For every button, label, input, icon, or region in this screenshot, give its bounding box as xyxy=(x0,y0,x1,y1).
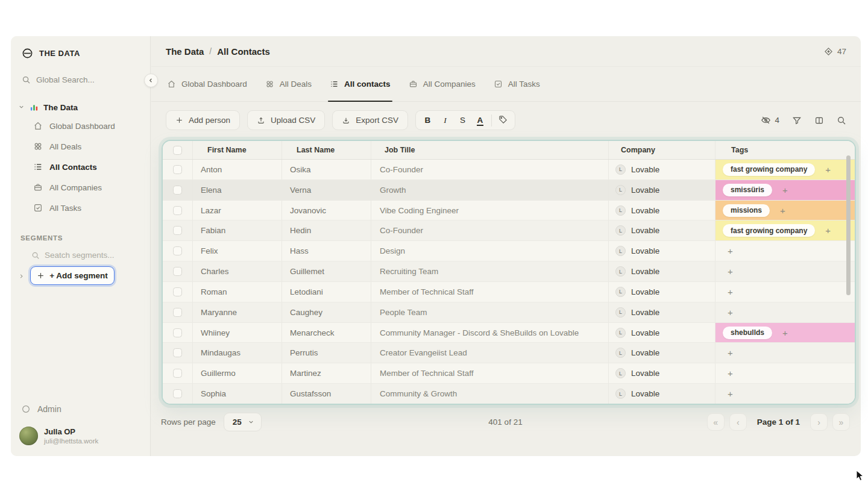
sidebar-item-global-dashboard[interactable]: Global Dashboard xyxy=(11,116,150,136)
cell-company: L Lovable xyxy=(609,363,715,383)
header-first-name[interactable]: First Name xyxy=(193,141,282,159)
rows-per-page-label: Rows per page xyxy=(161,418,216,427)
add-tag-button[interactable]: + xyxy=(728,246,733,255)
row-checkbox[interactable] xyxy=(173,287,182,296)
row-checkbox[interactable] xyxy=(173,226,182,235)
table-row[interactable]: Elena Verna Growth L Lovable smissüris + xyxy=(163,180,855,201)
credits-badge[interactable]: 47 xyxy=(824,47,846,56)
tag-pill[interactable]: fast growing company xyxy=(723,224,815,237)
sidebar-item-all-deals[interactable]: All Deals xyxy=(11,136,150,157)
sidebar: THE DATA Global Search... The Data Globa… xyxy=(11,36,151,456)
add-segment-button[interactable]: + Add segment xyxy=(30,266,115,285)
table-row[interactable]: Mindaugas Perrutis Creator Evangeiist Le… xyxy=(163,343,855,363)
row-checkbox[interactable] xyxy=(173,206,182,215)
tag-pill[interactable]: shebullds xyxy=(723,327,772,339)
search-icon[interactable] xyxy=(837,116,846,125)
export-csv-button[interactable]: Export CSV xyxy=(332,110,408,130)
table-row[interactable]: Maryanne Caughey People Team L Lovable + xyxy=(163,302,855,323)
add-tag-button[interactable]: + xyxy=(728,348,733,357)
cell-last-name: Verna xyxy=(282,180,371,200)
header-tags[interactable]: Tags xyxy=(715,141,855,159)
tag-pill[interactable]: missions xyxy=(723,204,770,217)
sidebar-item-label: Global Dashboard xyxy=(49,122,115,131)
table-row[interactable]: Whiiney Menarcheck Community Manager - D… xyxy=(163,323,855,343)
global-search-input[interactable]: Global Search... xyxy=(22,75,139,84)
table-row[interactable]: Charles Guillemet Recruiting Team L Lova… xyxy=(163,261,855,282)
breadcrumb-parent[interactable]: The Data xyxy=(166,46,204,57)
row-checkbox[interactable] xyxy=(173,348,182,357)
segments-search-input[interactable]: Seatch segments... xyxy=(31,251,150,260)
tag-button[interactable] xyxy=(494,115,512,126)
add-tag-button[interactable]: + xyxy=(825,226,831,235)
columns-icon[interactable] xyxy=(814,116,824,125)
row-checkbox[interactable] xyxy=(173,369,182,378)
search-icon xyxy=(31,251,40,260)
add-tag-button[interactable]: + xyxy=(782,186,788,195)
cell-job-title: Design xyxy=(371,241,609,261)
tag-pill[interactable]: smissüris xyxy=(723,184,772,196)
table-row[interactable]: Lazar Jovanovic Vibe Coding Engineer L L… xyxy=(163,201,855,221)
tab-all-deals[interactable]: All Deals xyxy=(265,67,312,101)
add-tag-button[interactable]: + xyxy=(825,165,831,174)
rows-per-page-select[interactable]: 25 xyxy=(224,413,262,431)
table-row[interactable]: Anton Osika Co-Founder L Lovable fast gr… xyxy=(163,160,855,180)
italic-button[interactable]: I xyxy=(436,116,454,125)
text-color-button[interactable]: A xyxy=(471,116,489,125)
table-row[interactable]: Roman Letodiani Member of Technical Staf… xyxy=(163,282,855,302)
sidebar-collapse-button[interactable] xyxy=(144,74,158,87)
first-page-button[interactable]: « xyxy=(707,413,725,431)
header-company[interactable]: Company xyxy=(609,141,715,159)
sidebar-item-the-data[interactable]: The Data xyxy=(18,103,150,112)
row-checkbox[interactable] xyxy=(173,328,182,337)
tab-all-tasks[interactable]: All Tasks xyxy=(494,67,540,101)
sidebar-item-all-contacts[interactable]: All Contacts xyxy=(11,157,150,177)
cell-company: L Lovable xyxy=(609,323,715,343)
tab-all-companies[interactable]: All Companies xyxy=(409,67,476,101)
company-name: Lovable xyxy=(631,308,659,317)
hidden-fields-button[interactable]: 4 xyxy=(761,115,779,125)
bar-chart-icon xyxy=(30,103,39,112)
row-checkbox[interactable] xyxy=(173,186,182,195)
tab-global-dashboard[interactable]: Global Dashboard xyxy=(167,67,247,101)
sidebar-item-all-tasks[interactable]: All Tasks xyxy=(11,198,150,218)
add-tag-button[interactable]: + xyxy=(782,328,788,337)
tag-pill[interactable]: fast growing company xyxy=(723,163,815,176)
table-row[interactable]: Guillermo Martinez Member of Technical S… xyxy=(163,363,855,384)
table-row[interactable]: Fabian Hedin Co-Founder L Lovable fast g… xyxy=(163,221,855,241)
avatar xyxy=(19,427,38,445)
add-tag-button[interactable]: + xyxy=(728,267,733,276)
user-profile[interactable]: Julla OP juli@lhettsta.work xyxy=(19,427,98,445)
upload-csv-button[interactable]: Upload CSV xyxy=(247,110,325,130)
admin-menu-item[interactable]: Admin xyxy=(21,404,61,414)
sidebar-item-all-companies[interactable]: All Companies xyxy=(11,177,150,198)
table-scrollbar[interactable] xyxy=(846,155,851,295)
row-checkbox[interactable] xyxy=(173,246,182,255)
last-page-button[interactable]: » xyxy=(832,413,850,431)
header-job-title[interactable]: Job Tille xyxy=(371,141,609,159)
strikethrough-button[interactable]: S xyxy=(454,116,471,125)
company-name: Lovable xyxy=(631,186,659,195)
tab-all-contacts[interactable]: All contacts xyxy=(330,67,391,101)
filter-icon[interactable] xyxy=(792,116,802,125)
add-tag-button[interactable]: + xyxy=(780,206,785,215)
row-checkbox[interactable] xyxy=(173,308,182,317)
table-row[interactable]: Felix Hass Design L Lovable + xyxy=(163,241,855,261)
add-person-button[interactable]: Add person xyxy=(166,110,240,130)
next-page-button[interactable]: › xyxy=(810,413,828,431)
select-all-checkbox[interactable] xyxy=(173,146,182,155)
bold-button[interactable]: B xyxy=(419,116,436,125)
header-last-name[interactable]: Last Name xyxy=(282,141,371,159)
add-tag-button[interactable]: + xyxy=(728,369,733,378)
row-checkbox[interactable] xyxy=(173,267,182,276)
add-tag-button[interactable]: + xyxy=(728,287,733,296)
chevron-down-icon[interactable] xyxy=(18,103,25,112)
row-checkbox[interactable] xyxy=(173,165,182,174)
add-tag-button[interactable]: + xyxy=(728,308,733,317)
chevron-right-icon[interactable] xyxy=(18,271,25,282)
add-tag-button[interactable]: + xyxy=(728,389,733,398)
cell-last-name: Gustafsson xyxy=(282,384,371,404)
prev-page-button[interactable]: ‹ xyxy=(729,413,747,431)
table-row[interactable]: Sophia Gustafsson Community & Growth L L… xyxy=(163,384,855,404)
row-checkbox[interactable] xyxy=(173,389,182,398)
tab-label: All Deals xyxy=(280,80,312,89)
